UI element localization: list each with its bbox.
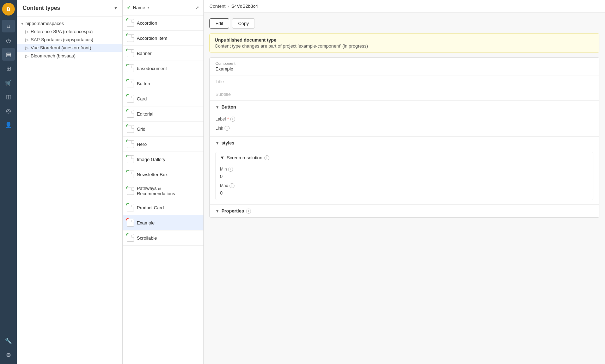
doc-icon — [127, 155, 134, 163]
edit-button[interactable]: Edit — [209, 18, 229, 29]
doc-icon — [127, 140, 134, 148]
list-item-label: Button — [137, 81, 150, 86]
screen-resolution-label: Screen resolution — [227, 155, 262, 160]
namespaces-label: hippo:namespaces — [25, 21, 64, 26]
alert-banner: Unpublished document type Content type c… — [209, 33, 599, 53]
folder-icon: ▷ — [25, 37, 29, 42]
left-nav: B ⌂ ◷ ▤ ⊞ 🛒 ◫ ◎ 👤 🔧 ⚙ — [0, 0, 17, 364]
subtitle-field: Subtitle — [210, 88, 599, 101]
clock-icon[interactable]: ◷ — [2, 34, 15, 47]
alert-message: Content type changes are part of project… — [215, 43, 594, 49]
person-icon[interactable]: 👤 — [2, 118, 15, 131]
screen-resolution-header[interactable]: ▼ Screen resolution i — [216, 152, 593, 163]
button-section-header[interactable]: ▼ Button — [210, 101, 599, 113]
list-item[interactable]: Grid — [123, 122, 203, 137]
list-item[interactable]: Product Card — [123, 200, 203, 215]
breadcrumb-current: S4VdB2b3c4 — [231, 4, 258, 9]
info-icon[interactable]: i — [246, 209, 251, 214]
button-section-body: Label * i Link i — [210, 117, 599, 136]
folder-icon: ▷ — [25, 29, 29, 34]
doc-wrapper — [127, 234, 134, 242]
button-section-label: Button — [221, 104, 236, 110]
doc-wrapper — [127, 19, 134, 27]
list-item[interactable]: Banner — [123, 46, 203, 61]
info-icon[interactable]: i — [225, 126, 230, 131]
sidebar-chevron[interactable]: ▾ — [115, 6, 117, 11]
doc-wrapper — [127, 219, 134, 227]
breadcrumb-parent[interactable]: Content — [209, 4, 226, 9]
list-item[interactable]: Accordion Item — [123, 31, 203, 46]
list-item-label: Product Card — [137, 205, 164, 210]
list-item[interactable]: Button — [123, 76, 203, 91]
info-icon[interactable]: i — [264, 155, 269, 160]
styles-section-header[interactable]: ▼ styles — [210, 137, 599, 149]
list-item[interactable]: basedocument — [123, 61, 203, 76]
breadcrumb: Content › S4VdB2b3c4 — [204, 0, 605, 13]
screen-resolution-body: Min i 0 Max i 0 — [216, 167, 593, 200]
properties-section-header[interactable]: ▼ Properties i — [210, 205, 599, 217]
info-icon[interactable]: i — [230, 117, 235, 122]
list-item-label: Pathways & Recommendations — [137, 186, 199, 196]
target-icon[interactable]: ◎ — [2, 104, 15, 117]
list-item-label: Editorial — [137, 111, 153, 117]
box-icon[interactable]: ◫ — [2, 90, 15, 103]
home-icon[interactable]: ⌂ — [2, 20, 15, 32]
info-icon[interactable]: i — [230, 183, 234, 188]
copy-button[interactable]: Copy — [232, 18, 255, 29]
list-item-label: Scrollable — [137, 235, 157, 241]
chevron-down-icon: ▼ — [215, 105, 219, 109]
expand-icon[interactable]: ⤢ — [196, 5, 199, 10]
doc-wrapper — [127, 125, 134, 133]
main-content: Edit Copy Unpublished document type Cont… — [204, 13, 605, 364]
required-marker: * — [227, 117, 229, 122]
info-icon[interactable]: i — [228, 167, 233, 172]
list-item[interactable]: Accordion — [123, 16, 203, 31]
list-item-label: Accordion — [137, 20, 157, 26]
layout-icon[interactable]: ⊞ — [2, 62, 15, 75]
list-item[interactable]: Hero — [123, 137, 203, 152]
chevron-down-icon: ▼ — [215, 209, 219, 213]
doc-icon — [127, 80, 134, 87]
list-item-label: Hero — [137, 142, 147, 147]
cart-icon[interactable]: 🛒 — [2, 76, 15, 89]
list-item-label: Grid — [137, 127, 146, 132]
doc-wrapper — [127, 155, 134, 163]
max-label: Max i — [220, 183, 589, 188]
doc-wrapper — [127, 187, 134, 195]
sidebar-item-referencespa[interactable]: ▷ Reference SPA (referencespa) — [17, 27, 122, 36]
folder-icon: ▷ — [25, 45, 29, 50]
sidebar-item-sapspartacus[interactable]: ▷ SAP Spartacus (sapspartacus) — [17, 36, 122, 44]
sidebar-panel: Content types ▾ ▾ hippo:namespaces ▷ Ref… — [17, 0, 123, 364]
sidebar-item-bloomreach[interactable]: ▷ Bloomreach (brxsaas) — [17, 52, 122, 60]
sidebar-item-vuestorefront[interactable]: ▷ Vue Storefront (vuestorefront) — [17, 44, 122, 52]
list-item[interactable]: Editorial — [123, 106, 203, 122]
app-logo: B — [2, 3, 15, 16]
list-item[interactable]: Pathways & Recommendations — [123, 182, 203, 200]
folder-icon: ▷ — [25, 54, 29, 58]
styles-section-body: ▼ Screen resolution i Min i 0 Max — [210, 152, 599, 204]
tools-icon[interactable]: 🔧 — [2, 334, 15, 347]
doc-icon — [127, 19, 134, 27]
subtitle-placeholder: Subtitle — [215, 92, 593, 97]
properties-section: ▼ Properties i — [210, 205, 599, 217]
document-icon[interactable]: ▤ — [2, 48, 15, 61]
tree-label: Bloomreach (brxsaas) — [31, 53, 75, 58]
list-item-example[interactable]: Example — [123, 215, 203, 230]
chevron-down-icon: ▼ — [220, 155, 225, 160]
list-item[interactable]: Card — [123, 91, 203, 106]
list-item-label: Card — [137, 96, 147, 101]
sidebar-title: Content types — [23, 5, 60, 11]
tree-label: SAP Spartacus (sapspartacus) — [31, 37, 93, 42]
list-item[interactable]: Newsletter Box — [123, 167, 203, 182]
header-left[interactable]: ✔ Name ▾ — [127, 5, 149, 10]
list-item-label: Accordion Item — [137, 36, 167, 41]
list-item[interactable]: Scrollable — [123, 230, 203, 246]
gear-icon[interactable]: ⚙ — [2, 348, 15, 361]
tree-namespaces[interactable]: ▾ hippo:namespaces — [17, 19, 122, 27]
main-area: Content › S4VdB2b3c4 Edit Copy Unpublish… — [204, 0, 605, 364]
form-card: Component Example Title Subtitle ▼ Butto… — [209, 57, 599, 218]
list-item[interactable]: Image Gallery — [123, 152, 203, 167]
doc-wrapper — [127, 140, 134, 148]
doc-icon — [127, 49, 134, 57]
chevron-down-icon: ▼ — [215, 141, 219, 145]
